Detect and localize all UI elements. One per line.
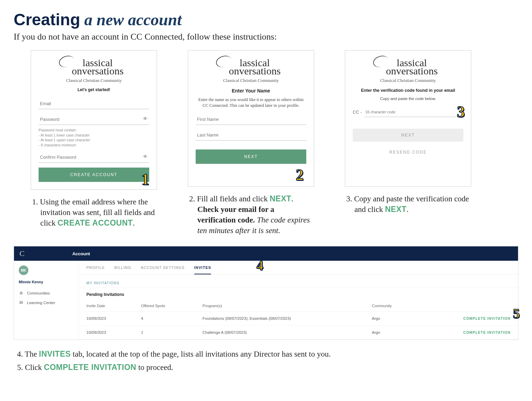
password-field[interactable]	[39, 114, 149, 125]
logo-subtitle: Classical Christian Community	[64, 78, 124, 83]
code-prefix: CC -	[353, 110, 362, 117]
home-icon	[19, 291, 24, 296]
col-offered-spots: Offered Spots	[134, 300, 195, 312]
password-rules: Password must contain: - At least 1 lowe…	[39, 128, 149, 148]
tabs: PROFILE BILLING ACCOUNT SETTINGS INVITES…	[79, 261, 518, 275]
section-my-invitations: MY INVITATIONS	[79, 275, 518, 287]
last-name-field[interactable]	[196, 130, 306, 141]
eye-icon[interactable]: 👁	[143, 116, 148, 122]
enter-name-card: lassical onversations Classical Christia…	[188, 50, 314, 187]
avatar[interactable]: MK	[19, 266, 28, 275]
logo: lassical onversations Classical Christia…	[221, 59, 281, 83]
step-badge-2: 2	[296, 167, 304, 183]
page-subheading: If you do not have an account in CC Conn…	[14, 32, 518, 42]
complete-invitation-link[interactable]: COMPLETE INVITATION	[463, 330, 510, 334]
instruction-4: 4. The INVITES tab, located at the top o…	[17, 347, 518, 361]
title-italic: a new account	[80, 11, 182, 29]
create-account-card: lassical onversations Classical Christia…	[31, 50, 157, 190]
col-invite-date: Invite Date	[79, 300, 134, 312]
page-title: Creating a new account	[14, 10, 518, 29]
create-account-button[interactable]: CREATE ACCOUNT	[39, 168, 149, 182]
tab-invites[interactable]: INVITES	[194, 266, 211, 274]
pending-invitations-heading: Pending Invitations	[79, 287, 518, 300]
dashboard-topbar: C Account	[14, 246, 518, 261]
confirm-password-field[interactable]	[39, 152, 149, 163]
dashboard-main: PROFILE BILLING ACCOUNT SETTINGS INVITES…	[79, 261, 518, 340]
enter-name-heading: Enter Your Name	[232, 88, 270, 94]
user-name: Minnie Kenny	[19, 280, 74, 284]
next-button[interactable]: NEXT	[196, 149, 306, 164]
logo-script: lassical onversations	[64, 59, 124, 75]
caption-2: 2. Fill all fields and click NEXT. Check…	[196, 194, 314, 236]
topbar-title: Account	[72, 251, 90, 256]
sidebar-item-learning-center[interactable]: Learning Center	[19, 300, 74, 305]
tab-billing[interactable]: BILLING	[114, 266, 131, 274]
next-button[interactable]: NEXT	[353, 129, 463, 142]
email-field[interactable]	[39, 98, 149, 109]
step-badge-4: 4	[256, 259, 264, 272]
title-bold: Creating	[14, 11, 80, 29]
logo-script: lassical onversations	[378, 59, 438, 75]
caption-3: 3. Copy and paste the verification code …	[353, 194, 471, 215]
table-row: 10/09/2023 1 Challenge A (08/07/2023) Ar…	[79, 326, 518, 340]
logo-script: lassical onversations	[221, 59, 281, 75]
brand-icon: C	[19, 249, 25, 258]
resend-code-button[interactable]: RESEND CODE	[353, 146, 463, 159]
cards-row: lassical onversations Classical Christia…	[31, 50, 512, 236]
sidebar: MK Minnie Kenny Communities Learning Cen…	[14, 261, 79, 340]
table-row: 10/09/2023 4 Foundations (08/07/2023), E…	[79, 312, 518, 326]
logo: lassical onversations Classical Christia…	[378, 59, 438, 83]
complete-invitation-link[interactable]: COMPLETE INVITATION	[463, 316, 510, 320]
logo: lassical onversations Classical Christia…	[64, 59, 124, 83]
caption-1: 1. Using the email address where the inv…	[39, 197, 157, 228]
verification-code-field[interactable]	[364, 107, 463, 117]
sidebar-item-communities[interactable]: Communities	[19, 291, 74, 296]
verification-card: lassical onversations Classical Christia…	[345, 50, 471, 187]
verification-sub: Copy and paste the code below.	[380, 96, 436, 102]
col-programs: Program(s)	[195, 300, 364, 312]
col-action	[439, 300, 518, 312]
dashboard-screenshot: C Account MK Minnie Kenny Communities Le…	[14, 246, 518, 340]
invitations-table: Invite Date Offered Spots Program(s) Com…	[79, 300, 518, 340]
lets-get-started: Let's get started!	[78, 87, 110, 92]
eye-icon[interactable]: 👁	[143, 154, 148, 160]
enter-name-sub: Enter the name as you would like it to a…	[198, 97, 304, 109]
tab-account-settings[interactable]: ACCOUNT SETTINGS	[141, 266, 184, 274]
logo-subtitle: Classical Christian Community	[221, 78, 281, 83]
book-icon	[19, 300, 24, 305]
instruction-5: 5. Click COMPLETE INVITATION to proceed.	[17, 361, 518, 374]
verification-heading: Enter the verification code found in you…	[361, 88, 455, 93]
col-community: Community	[364, 300, 439, 312]
logo-subtitle: Classical Christian Community	[378, 78, 438, 83]
tab-profile[interactable]: PROFILE	[86, 266, 105, 274]
first-name-field[interactable]	[196, 114, 306, 125]
bottom-instructions: 4. The INVITES tab, located at the top o…	[17, 347, 518, 374]
